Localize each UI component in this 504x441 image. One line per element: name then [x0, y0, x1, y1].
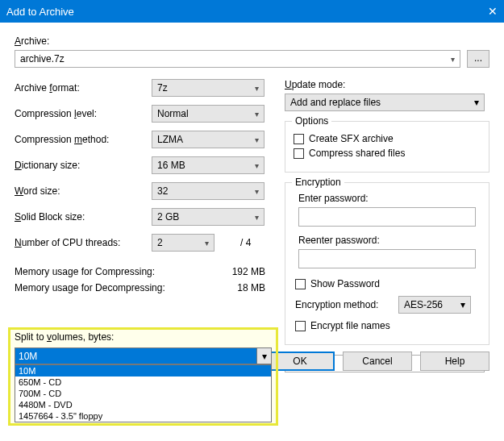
chevron-down-icon: ▾ — [262, 351, 267, 362]
chevron-down-icon: ▾ — [255, 110, 259, 119]
block-label: Solid Block size: — [15, 211, 152, 223]
chevron-down-icon: ▾ — [255, 161, 259, 170]
shared-checkbox[interactable]: Compress shared files — [294, 148, 481, 159]
window-title: Add to Archive — [6, 6, 74, 18]
mem-decomp-label: Memory usage for Decompressing: — [15, 282, 165, 293]
update-combo[interactable]: Add and replace files▾ — [285, 94, 485, 111]
method-combo[interactable]: LZMA▾ — [152, 131, 264, 148]
format-combo[interactable]: 7z▾ — [152, 79, 264, 97]
dict-combo[interactable]: 16 MB▾ — [152, 156, 264, 174]
reenter-password-input[interactable] — [298, 249, 476, 268]
word-combo[interactable]: 32▾ — [152, 182, 264, 200]
browse-button[interactable]: ... — [467, 50, 489, 68]
split-option[interactable]: 700M - CD — [15, 388, 271, 399]
enc-method-combo[interactable]: AES-256▾ — [398, 296, 471, 314]
chevron-down-icon: ▾ — [255, 84, 259, 93]
options-legend: Options — [292, 115, 331, 127]
method-label: Compression method: — [15, 134, 152, 145]
enc-method-label: Encryption method: — [295, 299, 398, 310]
encryption-legend: Encryption — [292, 177, 344, 188]
reenter-password-label: Reenter password: — [298, 235, 481, 246]
split-option[interactable]: 4480M - DVD — [15, 399, 271, 410]
chevron-down-icon: ▾ — [205, 239, 209, 248]
mem-comp-value: 192 MB — [217, 266, 265, 277]
split-option[interactable]: 10M — [15, 365, 271, 377]
split-dropdown-list[interactable]: 10M 650M - CD 700M - CD 4480M - DVD 1457… — [15, 364, 272, 422]
encrypt-names-checkbox[interactable]: Encrypt file names — [295, 320, 481, 331]
password-input[interactable] — [298, 207, 476, 227]
level-label: Compression level: — [15, 108, 152, 119]
close-icon[interactable]: ✕ — [465, 5, 498, 18]
mem-comp-label: Memory usage for Compressing: — [15, 266, 155, 277]
word-label: Word size: — [15, 185, 152, 197]
chevron-down-icon: ▾ — [460, 299, 465, 310]
ok-button[interactable]: OK — [265, 352, 335, 371]
chevron-down-icon: ▾ — [255, 187, 259, 196]
cancel-button[interactable]: Cancel — [343, 352, 412, 371]
help-button[interactable]: Help — [420, 352, 489, 371]
cpu-total: / 4 — [240, 237, 251, 248]
split-input[interactable]: 10M — [15, 347, 257, 364]
chevron-down-icon: ▾ — [451, 55, 455, 64]
chevron-down-icon: ▾ — [255, 213, 259, 222]
cpu-label: Number of CPU threads: — [15, 237, 152, 248]
split-dropdown-button[interactable]: ▾ — [257, 347, 272, 364]
split-option[interactable]: 1457664 - 3.5" floppy — [15, 410, 271, 422]
update-label: Update mode: — [285, 79, 489, 90]
sfx-checkbox[interactable]: Create SFX archive — [294, 133, 481, 144]
cpu-combo[interactable]: 2▾ — [152, 234, 215, 252]
split-option[interactable]: 650M - CD — [15, 377, 271, 388]
enter-password-label: Enter password: — [298, 193, 481, 204]
show-password-checkbox[interactable]: Show Password — [295, 278, 481, 289]
split-label: Split to volumes, bytes: — [15, 331, 272, 343]
dict-label: Dictionary size: — [15, 160, 152, 171]
format-label: Archive format: — [15, 82, 152, 94]
archive-path-input[interactable]: archive.7z▾ — [15, 50, 460, 68]
level-combo[interactable]: Normal▾ — [152, 105, 264, 123]
mem-decomp-value: 18 MB — [217, 282, 265, 293]
block-combo[interactable]: 2 GB▾ — [152, 208, 264, 226]
chevron-down-icon: ▾ — [255, 135, 259, 144]
chevron-down-icon: ▾ — [474, 97, 479, 108]
archive-label: Archive: — [15, 35, 152, 47]
